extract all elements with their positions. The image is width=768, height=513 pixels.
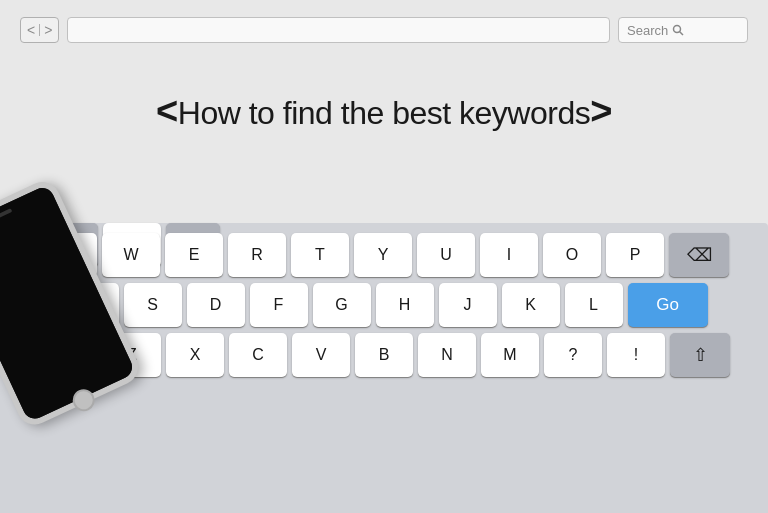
key-j[interactable]: J [439,283,497,327]
bracket-right: > [590,90,612,132]
svg-line-1 [680,32,684,36]
key-o[interactable]: O [543,233,601,277]
main-heading: <How to find the best keywords> [0,90,768,133]
backspace-key[interactable]: ⌫ [669,233,729,277]
keyboard-row-2: A S D F G H J K L Go [8,283,760,327]
heading-text: <How to find the best keywords> [156,95,612,131]
nav-buttons: < > [20,17,59,43]
key-s[interactable]: S [124,283,182,327]
key-question[interactable]: ? [544,333,602,377]
key-n[interactable]: N [418,333,476,377]
svg-point-0 [674,26,681,33]
key-m[interactable]: M [481,333,539,377]
key-l[interactable]: L [565,283,623,327]
key-p[interactable]: P [606,233,664,277]
key-u[interactable]: U [417,233,475,277]
key-y[interactable]: Y [354,233,412,277]
key-x[interactable]: X [166,333,224,377]
key-g[interactable]: G [313,283,371,327]
key-h[interactable]: H [376,283,434,327]
forward-button[interactable]: > [44,23,52,37]
key-b[interactable]: B [355,333,413,377]
key-k[interactable]: K [502,283,560,327]
key-d[interactable]: D [187,283,245,327]
browser-bar: < > Search [20,14,748,46]
key-v[interactable]: V [292,333,350,377]
back-button[interactable]: < [27,23,35,37]
key-e[interactable]: E [165,233,223,277]
key-i[interactable]: I [480,233,538,277]
search-icon [672,24,684,36]
key-f[interactable]: F [250,283,308,327]
shift-key-right[interactable]: ⇧ [670,333,730,377]
key-t[interactable]: T [291,233,349,277]
key-exclaim[interactable]: ! [607,333,665,377]
address-bar[interactable] [67,17,610,43]
nav-separator [39,24,40,36]
key-c[interactable]: C [229,333,287,377]
key-w[interactable]: W [102,233,160,277]
bracket-left: < [156,90,178,132]
keyboard-row-1: Q W E R T Y U I O P ⌫ [8,233,760,277]
key-r[interactable]: R [228,233,286,277]
search-label: Search [627,23,668,38]
go-key[interactable]: Go [628,283,708,327]
search-box[interactable]: Search [618,17,748,43]
